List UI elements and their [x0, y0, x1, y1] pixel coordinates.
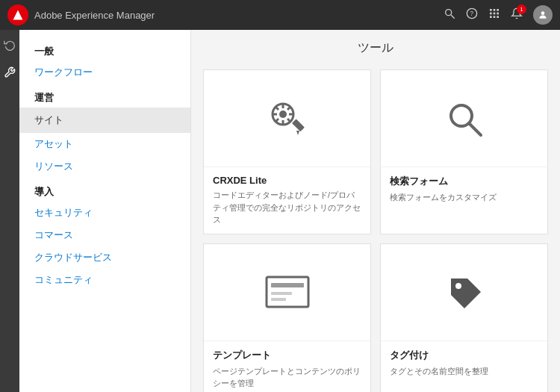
svg-rect-30 [271, 283, 304, 287]
card-search-forms-title: 検索フォーム [390, 175, 538, 188]
svg-line-22 [287, 119, 290, 122]
svg-point-16 [279, 111, 287, 118]
sidebar-item-commerce[interactable]: コマース [19, 224, 190, 246]
svg-rect-13 [497, 16, 499, 18]
card-crxde[interactable]: CRXDE Lite コードエディターおよびノード/プロパティ管理での完全なリポ… [203, 69, 371, 234]
rail-refresh-icon[interactable] [1, 36, 19, 56]
svg-rect-12 [494, 16, 496, 18]
svg-line-28 [469, 123, 481, 135]
adobe-logo [7, 4, 28, 25]
card-templates-title: テンプレート [213, 349, 361, 362]
sidebar-category-deployment: 導入 [19, 178, 190, 202]
svg-marker-26 [296, 131, 299, 135]
sidebar-item-cloud[interactable]: クラウドサービス [19, 246, 190, 269]
header-right: ? 1 [444, 5, 553, 25]
page-title: ツール [191, 30, 560, 63]
notification-icon[interactable]: 1 [511, 7, 523, 22]
main-layout: 一般 ワークフロー 運営 サイト アセット リソース 導入 セキュリティ コマー… [0, 30, 560, 392]
sidebar-item-community[interactable]: コミュニティ [19, 269, 190, 291]
sidebar: 一般 ワークフロー 運営 サイト アセット リソース 導入 セキュリティ コマー… [19, 30, 191, 392]
svg-marker-0 [13, 10, 23, 20]
main-content: ツール [191, 30, 560, 392]
apps-icon[interactable] [488, 7, 500, 22]
svg-line-21 [276, 107, 279, 110]
app-title: Adobe Experience Manager [34, 10, 155, 21]
card-tagging-desc: タグとその名前空間を整理 [390, 365, 538, 378]
left-rail [0, 30, 19, 392]
card-crxde-body: CRXDE Lite コードエディターおよびノード/プロパティ管理での完全なリポ… [204, 167, 370, 234]
svg-rect-5 [490, 9, 492, 11]
svg-rect-8 [490, 13, 492, 15]
svg-rect-32 [271, 298, 286, 301]
svg-rect-6 [494, 9, 496, 11]
svg-point-33 [455, 283, 461, 289]
card-tagging-image [381, 244, 547, 341]
help-icon[interactable]: ? [466, 7, 478, 22]
card-tagging-title: タグ付け [390, 349, 538, 362]
svg-rect-10 [497, 13, 499, 15]
card-tagging-body: タグ付け タグとその名前空間を整理 [381, 341, 547, 385]
notification-badge: 1 [517, 4, 526, 14]
svg-rect-31 [271, 292, 292, 295]
user-avatar[interactable] [533, 5, 553, 25]
svg-rect-11 [490, 16, 492, 18]
svg-rect-9 [494, 13, 496, 15]
card-search-forms[interactable]: 検索フォーム 検索フォームをカスタマイズ [380, 69, 548, 234]
card-search-forms-body: 検索フォーム 検索フォームをカスタマイズ [381, 167, 547, 211]
card-crxde-desc: コードエディターおよびノード/プロパティ管理での完全なリポジトリのアクセス [213, 189, 361, 226]
svg-line-24 [276, 119, 279, 122]
sidebar-category-general: 一般 [19, 37, 190, 61]
card-templates-body: テンプレート ページテンプレートとコンテンツのポリシーを管理 [204, 341, 370, 393]
search-icon[interactable] [444, 7, 455, 22]
svg-line-2 [451, 15, 455, 19]
rail-wrench-icon[interactable] [1, 63, 19, 84]
svg-text:?: ? [470, 10, 473, 17]
sidebar-item-security[interactable]: セキュリティ [19, 202, 190, 224]
card-search-forms-image [381, 70, 547, 167]
svg-point-14 [541, 11, 545, 15]
card-tagging[interactable]: タグ付け タグとその名前空間を整理 [380, 243, 548, 393]
sidebar-item-resources[interactable]: リソース [19, 155, 190, 178]
card-search-forms-desc: 検索フォームをカスタマイズ [390, 191, 538, 204]
card-templates-image [204, 244, 370, 341]
header-left: Adobe Experience Manager [7, 4, 155, 25]
sidebar-category-operations: 運営 [19, 84, 190, 108]
svg-point-1 [446, 10, 452, 16]
svg-rect-7 [497, 9, 499, 11]
card-crxde-image [204, 70, 370, 167]
sidebar-item-sites[interactable]: サイト [19, 108, 190, 133]
sidebar-item-workflow[interactable]: ワークフロー [19, 61, 190, 84]
header: Adobe Experience Manager ? 1 [0, 0, 560, 30]
svg-line-23 [287, 107, 290, 110]
card-templates[interactable]: テンプレート ページテンプレートとコンテンツのポリシーを管理 [203, 243, 371, 393]
card-crxde-title: CRXDE Lite [213, 175, 361, 186]
cards-grid: CRXDE Lite コードエディターおよびノード/プロパティ管理での完全なリポ… [191, 63, 560, 392]
card-templates-desc: ページテンプレートとコンテンツのポリシーを管理 [213, 365, 361, 390]
sidebar-item-assets[interactable]: アセット [19, 133, 190, 155]
svg-rect-25 [292, 119, 305, 131]
